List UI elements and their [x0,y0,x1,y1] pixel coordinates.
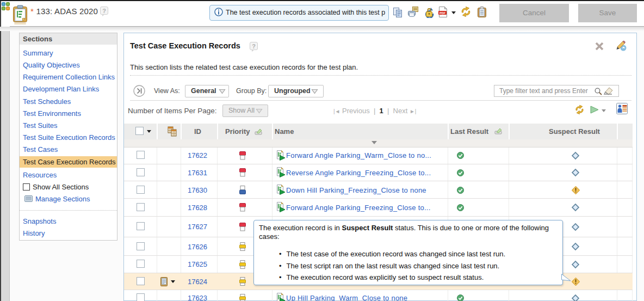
svg-text:PDF: PDF [439,11,446,15]
